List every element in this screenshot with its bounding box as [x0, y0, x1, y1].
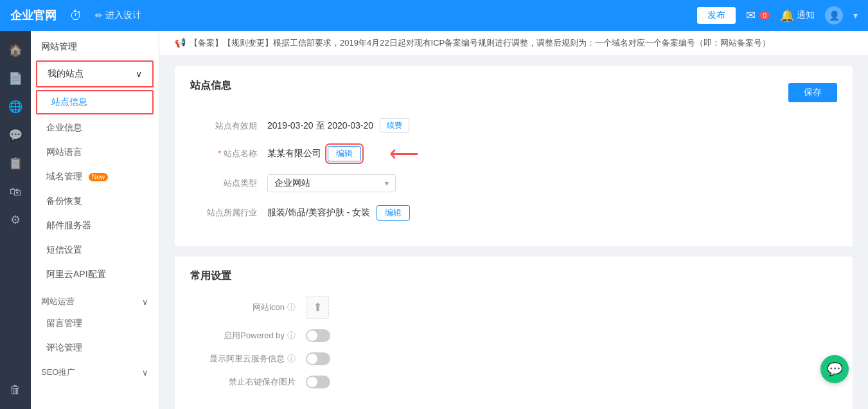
- site-type-row: 站点类型 企业网站 ▾: [190, 174, 837, 192]
- seo-header[interactable]: SEO推广 ∨: [31, 360, 159, 382]
- content-area: 📢 【备案】【规则变更】根据工信部要求，2019年4月22日起对现有ICP备案编…: [159, 31, 868, 409]
- sidebar-icon-home[interactable]: 🏠: [3, 37, 28, 63]
- avatar[interactable]: 👤: [825, 6, 843, 24]
- message-badge: 0: [759, 12, 770, 19]
- left-sidebar: 🏠 📄 🌐 💬 📋 🛍 ⚙ 🗑: [0, 31, 31, 409]
- nav-item-domain-management[interactable]: 域名管理 New: [31, 165, 159, 189]
- nav-item-comment-management[interactable]: 留言管理: [31, 311, 159, 336]
- powered-by-row: 启用Powered by ⓘ: [190, 329, 837, 342]
- common-settings-card: 常用设置 网站icon ⓘ ⬆ 启用Powered by ⓘ: [175, 257, 853, 409]
- bell-icon: 🔔: [780, 8, 794, 23]
- site-name-value: 某某有限公司 编辑 ⟵: [267, 146, 361, 161]
- site-type-value: 企业网站 ▾: [267, 174, 396, 192]
- nav-item-aliyun-api[interactable]: 阿里云API配置: [31, 262, 159, 287]
- nav-item-company-info[interactable]: 企业信息: [31, 116, 159, 140]
- nav-item-review-management[interactable]: 评论管理: [31, 336, 159, 360]
- site-name-label: 站点名称: [190, 148, 267, 159]
- website-icon-row: 网站icon ⓘ ⬆: [190, 296, 837, 319]
- chevron-down-icon-ops: ∨: [142, 297, 148, 307]
- renew-button[interactable]: 续费: [380, 118, 409, 133]
- website-icon-label: 网站icon ⓘ: [190, 302, 306, 313]
- aliyun-info-label: 显示阿里云服务信息 ⓘ: [190, 353, 306, 365]
- edit-name-button[interactable]: 编辑: [328, 146, 361, 161]
- nav-item-backup-restore[interactable]: 备份恢复: [31, 189, 159, 214]
- notice-icon: 📢: [175, 37, 186, 48]
- notice-bar: 📢 【备案】【规则变更】根据工信部要求，2019年4月22日起对现有ICP备案编…: [159, 31, 868, 56]
- site-type-dropdown[interactable]: 企业网站 ▾: [267, 174, 396, 192]
- upload-icon-button[interactable]: ⬆: [306, 296, 329, 319]
- new-badge: New: [89, 173, 108, 181]
- save-button[interactable]: 保存: [788, 83, 837, 102]
- sidebar-icon-settings[interactable]: ⚙: [3, 207, 28, 233]
- sidebar-icon-trash[interactable]: 🗑: [3, 377, 28, 403]
- nav-item-site-info[interactable]: 站点信息: [36, 90, 154, 114]
- enter-design-button[interactable]: ✏ 进入设计: [95, 10, 141, 21]
- edit-industry-button[interactable]: 编辑: [376, 205, 410, 221]
- top-bar: 企业官网 ⏱ ✏ 进入设计 发布 ✉ 0 🔔 通知 👤 ▾: [0, 0, 868, 31]
- nav-title: 网站管理: [31, 31, 159, 58]
- sidebar-icon-heart[interactable]: 💬: [3, 122, 28, 148]
- select-arrow-icon: ▾: [385, 179, 389, 188]
- sidebar-icon-shop[interactable]: 🛍: [3, 179, 28, 204]
- logo: 企业官网: [10, 8, 57, 23]
- main-area: 🏠 📄 🌐 💬 📋 🛍 ⚙ 🗑 网站管理 我的站点 ∨ 站点信息 企业信息 网站…: [0, 31, 868, 409]
- right-click-label: 禁止右键保存图片: [190, 376, 306, 388]
- industry-label: 站点所属行业: [190, 207, 267, 219]
- my-site-group: 我的站点 ∨ 站点信息 企业信息 网站语言 域名管理 New 备份恢复 邮件服务…: [31, 60, 159, 287]
- top-bar-right: 发布 ✉ 0 🔔 通知 👤 ▾: [697, 6, 858, 24]
- message-icon-area[interactable]: ✉ 0: [746, 8, 770, 23]
- website-operations-header[interactable]: 网站运营 ∨: [31, 289, 159, 311]
- my-site-header[interactable]: 我的站点 ∨: [36, 60, 154, 87]
- chevron-down-icon: ∨: [136, 69, 142, 79]
- edit-icon: ✏: [95, 10, 103, 21]
- publish-button[interactable]: 发布: [697, 7, 736, 24]
- info-icon-1[interactable]: ⓘ: [287, 302, 296, 313]
- common-settings-title: 常用设置: [190, 269, 837, 283]
- validity-value: 2019-03-20 至 2020-03-20 续费: [267, 118, 409, 133]
- app-layout: 企业官网 ⏱ ✏ 进入设计 发布 ✉ 0 🔔 通知 👤 ▾ 🏠 📄: [0, 0, 868, 409]
- info-icon-3[interactable]: ⓘ: [287, 353, 296, 365]
- nav-item-mail-server[interactable]: 邮件服务器: [31, 214, 159, 238]
- chevron-down-icon-seo: ∨: [142, 368, 148, 377]
- validity-row: 站点有效期 2019-03-20 至 2020-03-20 续费: [190, 118, 837, 133]
- site-info-card: 站点信息 保存 站点有效期 2019-03-20 至 2020-03-20 续费…: [175, 66, 853, 246]
- site-name-row: 站点名称 某某有限公司 编辑 ⟵: [190, 146, 837, 161]
- red-arrow-annotation: ⟵: [389, 141, 419, 166]
- user-menu-arrow[interactable]: ▾: [853, 10, 858, 21]
- industry-value: 服装/饰品/美容护肤 - 女装 编辑: [267, 205, 410, 221]
- aliyun-info-row: 显示阿里云服务信息 ⓘ: [190, 352, 837, 365]
- site-info-header: 站点信息 保存: [190, 79, 837, 105]
- validity-label: 站点有效期: [190, 120, 267, 132]
- site-type-label: 站点类型: [190, 177, 267, 189]
- message-icon: ✉: [746, 8, 756, 23]
- industry-row: 站点所属行业 服装/饰品/美容护肤 - 女装 编辑: [190, 205, 837, 221]
- sidebar-icon-list[interactable]: 📋: [3, 150, 28, 176]
- nav-item-sms-settings[interactable]: 短信设置: [31, 238, 159, 262]
- site-info-title: 站点信息: [190, 79, 231, 93]
- right-click-row: 禁止右键保存图片: [190, 376, 837, 388]
- nav-item-website-language[interactable]: 网站语言: [31, 140, 159, 165]
- sidebar-icon-globe[interactable]: 🌐: [3, 94, 28, 120]
- nav-sidebar: 网站管理 我的站点 ∨ 站点信息 企业信息 网站语言 域名管理 New 备份恢复…: [31, 31, 159, 409]
- aliyun-info-toggle[interactable]: [306, 352, 330, 365]
- powered-by-toggle[interactable]: [306, 329, 330, 342]
- sidebar-icon-page[interactable]: 📄: [3, 66, 28, 91]
- chat-button[interactable]: 💬: [820, 355, 849, 383]
- edit-btn-container: 编辑 ⟵: [328, 146, 361, 161]
- info-icon-2[interactable]: ⓘ: [287, 330, 296, 341]
- speed-icon[interactable]: ⏱: [69, 8, 82, 23]
- upload-icon: ⬆: [313, 300, 323, 314]
- notification-button[interactable]: 🔔 通知: [780, 8, 815, 23]
- powered-by-label: 启用Powered by ⓘ: [190, 330, 306, 341]
- chat-icon: 💬: [827, 361, 843, 377]
- avatar-icon: 👤: [829, 10, 840, 21]
- right-click-toggle[interactable]: [306, 376, 330, 388]
